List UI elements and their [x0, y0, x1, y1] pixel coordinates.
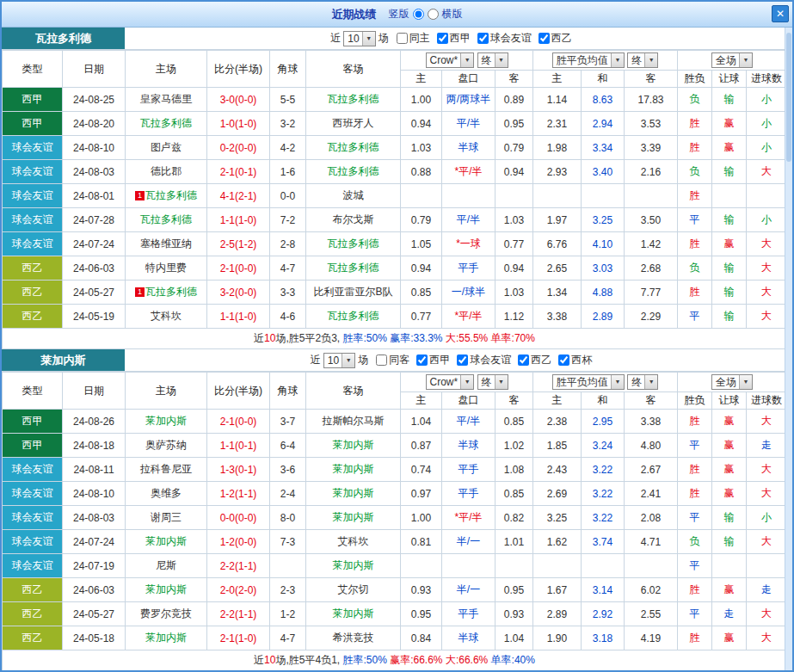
avg-away: 2.68 [625, 256, 678, 281]
score: 3-2(0-0) [207, 281, 270, 305]
filter-checkbox-label: 同客 [389, 353, 409, 367]
summary-segment: 场,胜5平2负3, [275, 332, 342, 344]
avg-draw: 2.89 [582, 305, 625, 329]
home-team[interactable]: 奥维多 [126, 482, 207, 506]
odds-away: 0.82 [495, 506, 533, 530]
away-team[interactable]: 布尔戈斯 [306, 208, 401, 232]
recent-count-select[interactable]: 10▼ [323, 353, 355, 368]
home-team[interactable]: 费罗尔竞技 [126, 602, 207, 626]
away-team[interactable]: 瓦拉多利德 [306, 305, 401, 329]
match-row: 球会友谊 24-07-24 塞格维亚纳 2-5(1-2) 2-8 瓦拉多利德 1… [3, 232, 787, 256]
result-winlose: 胜 [678, 482, 712, 506]
league-badge: 西甲 [3, 88, 63, 112]
corners: 8-0 [270, 506, 306, 530]
avg-draw: 4.10 [582, 232, 625, 256]
away-team[interactable]: 艾科坎 [306, 530, 401, 554]
avg-draw: 3.22 [582, 458, 625, 482]
away-team[interactable]: 莱加内斯 [306, 482, 401, 506]
filter-checkbox[interactable]: 球会友谊 [457, 353, 511, 367]
filter-checkbox[interactable]: 同客 [376, 353, 409, 367]
recent-count-select[interactable]: 10▼ [343, 31, 375, 46]
away-team[interactable]: 莱加内斯 [306, 506, 401, 530]
home-team[interactable]: 奥萨苏纳 [126, 434, 207, 458]
scope-select[interactable]: 全场▼ [711, 52, 753, 68]
away-team[interactable]: 艾尔切 [306, 578, 401, 602]
home-team[interactable]: 图卢兹 [126, 136, 207, 160]
filter-checkbox[interactable]: 西乙 [518, 353, 551, 367]
close-icon[interactable]: ✕ [772, 5, 789, 22]
score: 2-2(1-1) [207, 602, 270, 626]
away-team[interactable]: 莱加内斯 [306, 602, 401, 626]
away-team[interactable]: 瓦拉多利德 [306, 232, 401, 256]
chevron-down-icon: ▼ [611, 53, 624, 67]
home-team[interactable]: 1瓦拉多利德 [126, 184, 207, 208]
home-team[interactable]: 莱加内斯 [126, 530, 207, 554]
odds-away: 1.12 [495, 305, 533, 329]
filter-checkbox[interactable]: 西甲 [416, 353, 450, 367]
odds-handicap: *一球 [442, 232, 495, 256]
away-team[interactable]: 拉斯帕尔马斯 [306, 410, 401, 434]
league-badge: 球会友谊 [3, 506, 63, 530]
corners [270, 554, 306, 578]
odds-source-select[interactable]: Crow*▼ [426, 52, 475, 68]
result-goals: 大 [747, 256, 787, 281]
away-team[interactable]: 瓦拉多利德 [306, 88, 401, 112]
away-team[interactable]: 莱加内斯 [306, 554, 401, 578]
home-team[interactable]: 1瓦拉多利德 [126, 281, 207, 305]
filter-checkbox[interactable]: 球会友谊 [477, 31, 532, 46]
match-date: 24-07-24 [63, 530, 126, 554]
away-team[interactable]: 希洪竞技 [306, 626, 401, 650]
away-team[interactable]: 比利亚雷亚尔B队 [306, 281, 401, 305]
filter-checkbox[interactable]: 西杯 [558, 353, 592, 367]
scrollbar-thumb[interactable] [786, 33, 791, 162]
filter-checkbox[interactable]: 西甲 [437, 31, 471, 46]
filter-checkbox[interactable]: 同主 [397, 31, 430, 46]
filter-checkbox-label: 西杯 [571, 353, 592, 367]
odds-final-select[interactable]: 终▼ [477, 374, 508, 390]
home-team[interactable]: 特内里费 [126, 256, 207, 281]
away-team[interactable]: 瓦拉多利德 [306, 160, 401, 184]
home-team[interactable]: 莱加内斯 [126, 578, 207, 602]
odds-home: 0.79 [401, 208, 442, 232]
home-team[interactable]: 谢周三 [126, 506, 207, 530]
home-team[interactable]: 莱加内斯 [126, 410, 207, 434]
col-header-type: 类型 [3, 373, 63, 410]
home-team[interactable]: 艾科坎 [126, 305, 207, 329]
odds-source-select[interactable]: Crow*▼ [426, 374, 475, 390]
home-team[interactable]: 瓦拉多利德 [126, 112, 207, 136]
avg-draw: 4.88 [582, 281, 625, 305]
avg-home: 1.62 [533, 530, 582, 554]
away-team[interactable]: 西班牙人 [306, 112, 401, 136]
home-team[interactable]: 德比郡 [126, 160, 207, 184]
away-team[interactable]: 瓦拉多利德 [306, 136, 401, 160]
away-team[interactable]: 波城 [306, 184, 401, 208]
away-team[interactable]: 莱加内斯 [306, 434, 401, 458]
vertical-scrollbar[interactable] [785, 28, 792, 670]
odds-final-select[interactable]: 终▼ [477, 52, 508, 68]
odds-home: 1.04 [401, 410, 442, 434]
result-handicap: 赢 [712, 410, 747, 434]
result-winlose: 负 [678, 88, 712, 112]
away-team[interactable]: 莱加内斯 [306, 458, 401, 482]
away-team[interactable]: 瓦拉多利德 [306, 256, 401, 281]
match-row: 西乙 24-05-27 1瓦拉多利德 3-2(0-0) 3-3 比利亚雷亚尔B队… [3, 281, 787, 305]
odds-away: 0.95 [495, 578, 533, 602]
avg-select[interactable]: 胜平负均值▼ [552, 52, 625, 68]
home-team[interactable]: 拉科鲁尼亚 [126, 458, 207, 482]
home-team[interactable]: 莱加内斯 [126, 626, 207, 650]
avg-home: 2.69 [533, 482, 582, 506]
home-team[interactable]: 瓦拉多利德 [126, 208, 207, 232]
avg-final-select[interactable]: 终▼ [627, 52, 658, 68]
scope-select[interactable]: 全场▼ [711, 374, 753, 390]
odds-handicap: 半球 [442, 434, 495, 458]
avg-select[interactable]: 胜平负均值▼ [552, 374, 625, 390]
match-row: 西甲 24-08-25 皇家马德里 3-0(0-0) 5-5 瓦拉多利德 1.0… [3, 88, 787, 112]
radio-vertical[interactable] [413, 9, 424, 20]
home-team[interactable]: 皇家马德里 [126, 88, 207, 112]
home-team[interactable]: 塞格维亚纳 [126, 232, 207, 256]
match-date: 24-05-19 [63, 305, 126, 329]
home-team[interactable]: 尼斯 [126, 554, 207, 578]
radio-horizontal[interactable] [428, 9, 439, 20]
avg-final-select[interactable]: 终▼ [627, 374, 658, 390]
filter-checkbox[interactable]: 西乙 [539, 31, 572, 46]
